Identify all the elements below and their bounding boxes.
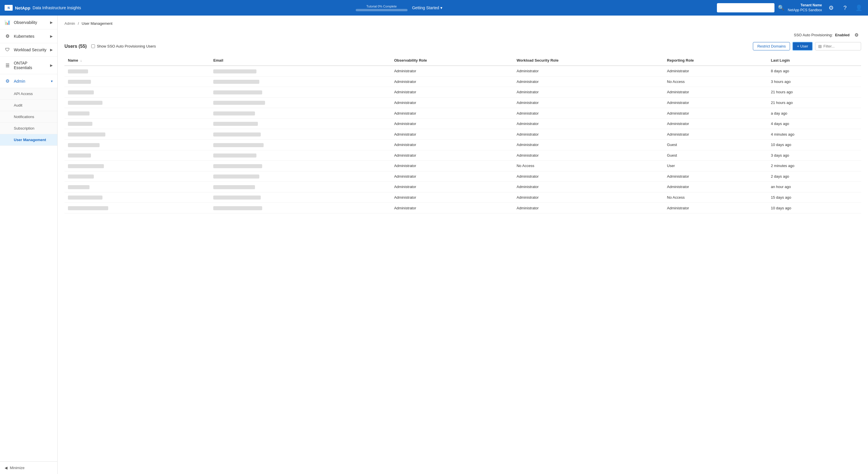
table-header: Name ↓ Email Observability Role Workload… <box>64 55 861 66</box>
getting-started-button[interactable]: Getting Started ▾ <box>412 5 442 10</box>
cell-last-login: 21 hours ago <box>768 87 861 98</box>
table-row[interactable]: █████ ██████████ Administrator Administr… <box>64 203 861 213</box>
app-header: N NetApp Data Infrastructure Insights Tu… <box>0 0 868 16</box>
col-ws-role[interactable]: Workload Security Role <box>513 55 664 66</box>
table-row[interactable]: █████ ██████████ Administrator Administr… <box>64 171 861 182</box>
sidebar-item-notifications[interactable]: Notifications <box>0 111 57 123</box>
admin-sub-menu: API Access Audit Notifications Subscript… <box>0 88 57 146</box>
table-row[interactable]: █████ ██████████ Administrator Administr… <box>64 87 861 98</box>
col-obs-role[interactable]: Observability Role <box>391 55 513 66</box>
table-row[interactable]: █████ ██████████ Administrator Administr… <box>64 192 861 203</box>
cell-email: ██████████ <box>210 192 391 203</box>
col-name[interactable]: Name ↓ <box>64 55 210 66</box>
cell-last-login: 15 days ago <box>768 192 861 203</box>
table-row[interactable]: █████ ██████████ Administrator Administr… <box>64 118 861 129</box>
user-account-button[interactable]: 👤 <box>854 3 863 12</box>
cell-email: ██████████ <box>210 129 391 140</box>
table-row[interactable]: █████ ██████████ Administrator Administr… <box>64 66 861 76</box>
cell-rep-role: Administrator <box>664 97 768 108</box>
table-row[interactable]: █████ ██████████ Administrator No Access… <box>64 161 861 171</box>
search-icon[interactable]: 🔍 <box>778 5 784 11</box>
sidebar-item-kubernetes[interactable]: ⚙ Kubernetes ▶ <box>0 29 57 43</box>
cell-name: █████ <box>64 139 210 150</box>
users-header: Users (55) Show SSO Auto Provisioning Us… <box>64 42 861 51</box>
cell-name: █████ <box>64 150 210 161</box>
show-sso-checkbox[interactable] <box>91 45 95 48</box>
sso-label: SSO Auto Provisioning: <box>794 33 833 37</box>
table-row[interactable]: █████ ██████████ Administrator Administr… <box>64 182 861 192</box>
filter-input[interactable] <box>824 44 858 49</box>
cell-obs-role: Administrator <box>391 203 513 213</box>
table-row[interactable]: █████ ██████████ Administrator Administr… <box>64 97 861 108</box>
sidebar-item-workload-security[interactable]: 🛡 Workload Security ▶ <box>0 43 57 57</box>
cell-obs-role: Administrator <box>391 76 513 87</box>
cell-email: ██████████ <box>210 87 391 98</box>
sidebar-item-observability[interactable]: 📊 Observability ▶ <box>0 16 57 29</box>
table-row[interactable]: █████ ██████████ Administrator Administr… <box>64 139 861 150</box>
cell-email: ██████████ <box>210 97 391 108</box>
help-button[interactable]: ? <box>840 3 849 12</box>
cell-email: ██████████ <box>210 150 391 161</box>
table-row[interactable]: █████ ██████████ Administrator Administr… <box>64 108 861 119</box>
table-row[interactable]: █████ ██████████ Administrator Administr… <box>64 150 861 161</box>
cell-rep-role: Administrator <box>664 87 768 98</box>
cell-ws-role: Administrator <box>513 97 664 108</box>
restrict-domains-button[interactable]: Restrict Domains <box>753 42 790 50</box>
cell-email: ██████████ <box>210 161 391 171</box>
table-row[interactable]: █████ ██████████ Administrator Administr… <box>64 129 861 140</box>
table-row[interactable]: █████ ██████████ Administrator Administr… <box>64 76 861 87</box>
cell-ws-role: Administrator <box>513 150 664 161</box>
cell-email: ██████████ <box>210 182 391 192</box>
cell-email: ██████████ <box>210 76 391 87</box>
shield-icon: 🛡 <box>5 47 10 52</box>
cell-last-login: 10 days ago <box>768 139 861 150</box>
tutorial-progress-bar[interactable] <box>356 9 407 11</box>
sidebar-item-ontap-essentials[interactable]: ☰ ONTAP Essentials ▶ <box>0 57 57 74</box>
settings-button[interactable]: ⚙ <box>827 3 836 12</box>
users-table: Name ↓ Email Observability Role Workload… <box>64 55 861 213</box>
global-search-input[interactable] <box>717 3 774 12</box>
col-email[interactable]: Email <box>210 55 391 66</box>
sidebar-minimize[interactable]: ◀ Minimize <box>0 461 57 474</box>
sidebar-item-api-access[interactable]: API Access <box>0 88 57 100</box>
sidebar-item-audit[interactable]: Audit <box>0 100 57 111</box>
cell-email: ██████████ <box>210 139 391 150</box>
cell-rep-role: Administrator <box>664 66 768 76</box>
main-layout: 📊 Observability ▶ ⚙ Kubernetes ▶ 🛡 Workl… <box>0 16 868 474</box>
sidebar-item-user-management[interactable]: User Management <box>0 134 57 146</box>
cell-ws-role: Administrator <box>513 139 664 150</box>
cell-rep-role: No Access <box>664 192 768 203</box>
blurred-email: ██████████ <box>213 175 259 179</box>
cell-obs-role: Administrator <box>391 118 513 129</box>
cell-ws-role: Administrator <box>513 171 664 182</box>
chevron-right-icon-k8s: ▶ <box>50 34 53 38</box>
chevron-down-icon-admin: ▾ <box>51 79 53 83</box>
col-last-login[interactable]: Last Login <box>768 55 861 66</box>
sso-settings-button[interactable]: ⚙ <box>852 30 861 39</box>
breadcrumb-parent[interactable]: Admin <box>64 21 75 26</box>
col-rep-role[interactable]: Reporting Role <box>664 55 768 66</box>
cell-ws-role: No Access <box>513 161 664 171</box>
gear-icon: ⚙ <box>5 33 10 39</box>
add-user-button[interactable]: + User <box>792 42 813 51</box>
cell-ws-role: Administrator <box>513 192 664 203</box>
api-access-label: API Access <box>14 92 33 96</box>
show-sso-text: Show SSO Auto Provisioning Users <box>97 44 156 49</box>
sidebar-item-admin[interactable]: ⚙ Admin ▾ <box>0 74 57 88</box>
cell-rep-role: Administrator <box>664 182 768 192</box>
blurred-email: ██████████ <box>213 185 255 189</box>
cell-rep-role: Guest <box>664 139 768 150</box>
sidebar-item-subscription[interactable]: Subscription <box>0 123 57 134</box>
cell-email: ██████████ <box>210 118 391 129</box>
blurred-name: █████ <box>68 122 92 126</box>
chevron-right-icon-ontap: ▶ <box>50 63 53 67</box>
tenant-info: Tenant Name NetApp PCS Sandbox <box>788 3 822 13</box>
blurred-email: ██████████ <box>213 143 264 147</box>
show-sso-checkbox-label[interactable]: Show SSO Auto Provisioning Users <box>91 44 156 49</box>
blurred-name: █████ <box>68 132 105 137</box>
cell-ws-role: Administrator <box>513 129 664 140</box>
blurred-email: ██████████ <box>213 69 256 73</box>
sidebar-observability-label: Observability <box>14 20 37 25</box>
cell-name: █████ <box>64 171 210 182</box>
blurred-email: ██████████ <box>213 101 265 105</box>
